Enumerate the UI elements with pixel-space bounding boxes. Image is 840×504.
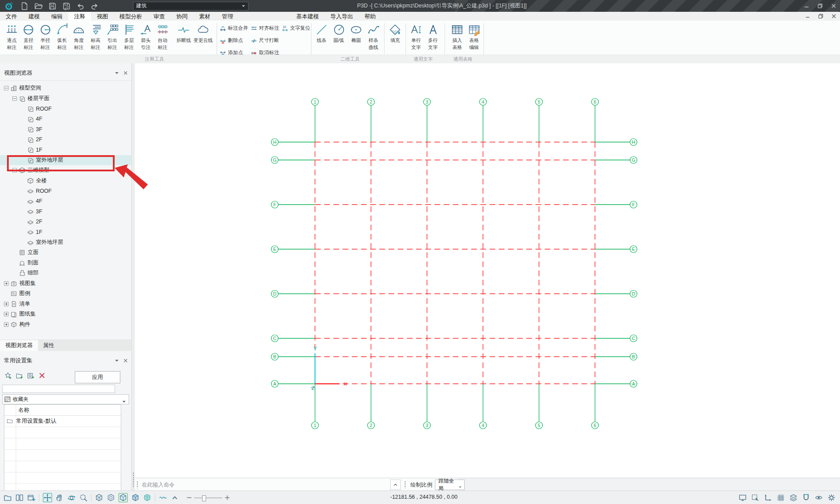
ribbon-tool-标高标注[interactable]: 标高标注 [88, 23, 104, 50]
ribbon-tool-圆/弧[interactable]: 圆/弧 [331, 23, 347, 43]
panel-close-icon[interactable] [122, 358, 129, 364]
tree-item-图例[interactable]: 图例 [0, 288, 131, 299]
sidebar-tab-属性[interactable]: 属性 [38, 340, 60, 351]
ribbon-tool-自动标注[interactable]: 自动标注 [154, 23, 171, 50]
ribbon-tool-尺寸打断[interactable]: 尺寸打断 [251, 37, 279, 44]
ribbon-tool-多层标注[interactable]: 多层标注 [121, 23, 137, 50]
drag-handle-icon[interactable] [404, 481, 406, 488]
new-set-icon[interactable] [16, 372, 23, 379]
tree-item-图纸集[interactable]: 图纸集 [0, 309, 131, 320]
menu-item-6[interactable]: 模型分析 [114, 12, 148, 21]
ribbon-tool-椭圆[interactable]: 椭圆 [348, 23, 364, 43]
settings-icon[interactable] [827, 494, 836, 502]
command-input[interactable] [141, 480, 388, 490]
ribbon-tool-弧长标注[interactable]: 弧长标注 [54, 23, 70, 50]
menu-item-2[interactable]: 建模 [23, 12, 46, 21]
expand-icon[interactable] [4, 322, 9, 327]
menu-item-3[interactable]: 编辑 [46, 12, 68, 21]
settings-filter-input[interactable] [2, 385, 115, 393]
ribbon-tool-角度标注[interactable]: 角度标注 [70, 23, 87, 50]
ribbon-tool-表格编辑[interactable]: 表格编辑 [466, 23, 483, 50]
panel-close-icon[interactable] [122, 70, 129, 76]
ribbon-tool-引出标注[interactable]: 引出标注 [104, 23, 121, 50]
chev-up-icon[interactable] [171, 494, 179, 502]
new-file-icon[interactable] [20, 2, 29, 10]
tree-item-ROOF[interactable]: ROOF [0, 186, 131, 196]
favorites-dropdown[interactable]: 收藏夹 [2, 394, 129, 404]
menu-item-5[interactable]: 视图 [91, 12, 114, 21]
minimize-button[interactable] [804, 3, 809, 9]
tree-item-构件[interactable]: 构件 [0, 320, 131, 330]
w-tile-icon[interactable] [15, 494, 24, 502]
menu-item-8[interactable]: 协同 [171, 12, 193, 21]
tree-item-视图集[interactable]: 视图集 [0, 278, 131, 289]
command-history-button[interactable] [390, 480, 401, 490]
menu-item-9[interactable]: 素材 [193, 12, 216, 21]
grid-icon[interactable] [777, 494, 785, 502]
hand-icon[interactable] [56, 494, 64, 502]
expand-icon[interactable] [4, 281, 9, 286]
delete-set-icon[interactable] [38, 372, 46, 379]
menu-item-7[interactable]: 审查 [148, 12, 171, 21]
collapse-icon[interactable] [12, 96, 17, 101]
expand-icon[interactable] [4, 302, 9, 306]
save-icon[interactable] [48, 2, 57, 10]
zoom-icon[interactable] [79, 494, 88, 502]
monitor-icon[interactable] [738, 494, 747, 502]
sidebar-tab-视图浏览器[interactable]: 视图浏览器 [0, 340, 38, 351]
apply-button[interactable]: 应用 [75, 371, 120, 383]
ribbon-tool-线条[interactable]: 线条 [313, 23, 330, 43]
drag-handle-icon[interactable] [136, 481, 138, 488]
collapse-icon[interactable] [12, 168, 17, 173]
ribbon-tool-箭头引注[interactable]: 箭头引注 [137, 23, 154, 50]
ribbon-tool-逐点标注[interactable]: 逐点标注 [4, 23, 20, 50]
doc-close-button[interactable] [831, 14, 836, 19]
layers-icon[interactable] [789, 494, 798, 502]
tree-item-三维模型[interactable]: 三维模型 [0, 165, 131, 176]
ribbon-tool-删除点[interactable]: 删除点 [220, 37, 243, 44]
save-set-icon[interactable] [27, 372, 35, 379]
tree-item-1F[interactable]: 1F [0, 145, 131, 155]
menu-item-11[interactable]: 基本建模 [290, 12, 325, 21]
ribbon-tool-标注合并[interactable]: 标注合并 [220, 25, 248, 31]
zoom-in-icon[interactable] [225, 495, 230, 500]
redo-icon[interactable] [90, 2, 99, 10]
wave-icon[interactable] [159, 494, 167, 502]
cube-wire-icon[interactable] [95, 494, 103, 502]
tree-item-室外地坪层[interactable]: 室外地坪层 [0, 237, 131, 248]
tree-item-2F[interactable]: 2F [0, 135, 131, 145]
menu-item-12[interactable]: 导入导出 [325, 12, 359, 21]
tree-item-细部[interactable]: 细部 [0, 268, 131, 278]
ribbon-tool-直径标注[interactable]: 直径标注 [20, 23, 37, 50]
menu-item-4[interactable]: 注释 [68, 12, 91, 21]
zoom-slider-handle[interactable] [202, 495, 206, 501]
collapse-icon[interactable] [4, 86, 9, 90]
ribbon-tool-文字复位[interactable]: 10文字复位 [282, 25, 310, 31]
ribbon-tool-多行文字[interactable]: 多行文字 [425, 23, 441, 50]
doc-restore-button[interactable] [818, 14, 823, 19]
cube-shade-icon[interactable] [119, 493, 128, 502]
tree-item-室外地坪层-selected[interactable]: 室外地坪层 [0, 155, 131, 166]
tree-item-2F[interactable]: 2F [0, 217, 131, 227]
doc-minimize-button[interactable] [805, 14, 810, 19]
snap-icon[interactable] [802, 494, 810, 502]
ucs-axis-icon[interactable] [764, 494, 772, 502]
ribbon-tool-填充[interactable]: 填充 [387, 23, 403, 43]
w-new-icon[interactable] [4, 494, 12, 502]
settings-row[interactable]: 常用设置集-默认 [4, 416, 121, 427]
tree-item-4F[interactable]: 4F [0, 196, 131, 207]
ribbon-tool-样条曲线[interactable]: 样条曲线 [365, 23, 382, 50]
tree-item-楼层平面[interactable]: 楼层平面 [0, 94, 131, 104]
tree-item-剖面[interactable]: 剖面 [0, 258, 131, 268]
panel-collapse-icon[interactable] [114, 358, 120, 364]
zoom-slider-track[interactable] [194, 497, 222, 498]
ribbon-tool-插入表格[interactable]: 插入表格 [449, 23, 466, 50]
w-add-icon[interactable] [27, 494, 35, 502]
menu-item-1[interactable]: 文件 [0, 12, 23, 21]
ribbon-tool-变更云线[interactable]: 变更云线 [190, 23, 216, 43]
add-favorite-icon[interactable] [4, 372, 12, 379]
draw-scale-dropdown[interactable]: 跟随全局 [435, 480, 465, 490]
selection-icon[interactable] [751, 494, 760, 502]
save-as-icon[interactable] [62, 2, 71, 10]
ribbon-tool-对齐标注[interactable]: 对齐标注 [251, 25, 279, 31]
